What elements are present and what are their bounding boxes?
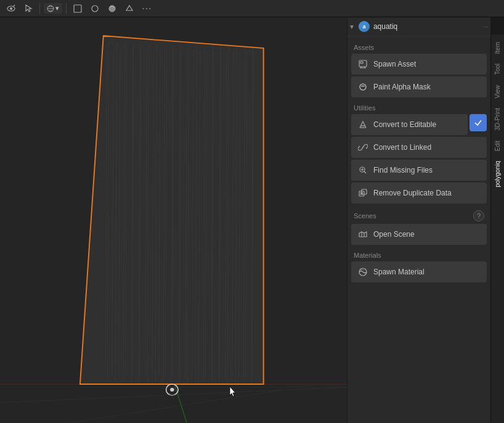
remove-duplicate-button[interactable]: Remove Duplicate Data	[351, 183, 487, 203]
svg-point-5	[92, 6, 98, 12]
find-missing-button[interactable]: Find Missing Files	[351, 160, 487, 181]
tab-polygoniq[interactable]: polygoniq	[492, 156, 503, 192]
tab-view[interactable]: View	[492, 80, 503, 104]
open-scene-label: Open Scene	[373, 230, 415, 239]
convert-active-toggle[interactable]	[469, 114, 487, 131]
paint-alpha-icon	[357, 81, 368, 92]
panel-scrollable-content: Assets Spawn Asset	[348, 36, 490, 423]
svg-rect-4	[74, 5, 81, 12]
scenes-help-button[interactable]: ?	[473, 210, 484, 221]
convert-linked-icon	[357, 142, 368, 153]
panel-logo: a	[359, 21, 370, 32]
top-toolbar: ▾ ⋯	[0, 0, 504, 17]
paint-alpha-button[interactable]: Paint Alpha Mask	[351, 76, 487, 97]
render-rendered-icon[interactable]	[122, 2, 137, 15]
cursor-icon[interactable]	[21, 2, 36, 15]
spawn-material-button[interactable]: Spawn Material	[351, 261, 487, 282]
panel-options[interactable]: ···	[483, 23, 488, 30]
svg-line-71	[364, 171, 366, 173]
tab-edit[interactable]: Edit	[492, 136, 503, 156]
render-solid-icon[interactable]	[70, 2, 85, 15]
panel-collapse-arrow[interactable]: ▼	[349, 23, 355, 30]
tab-strip: Item Tool View 3D-Print Edit polygoniq	[490, 35, 504, 423]
convert-linked-label: Convert to Linked	[373, 143, 431, 152]
spawn-material-label: Spawn Material	[373, 268, 425, 276]
render-sphere-icon[interactable]	[87, 2, 102, 15]
svg-marker-7	[126, 6, 132, 10]
tab-3dprint[interactable]: 3D-Print	[492, 103, 503, 136]
remove-duplicate-label: Remove Duplicate Data	[373, 189, 452, 197]
separator-2	[66, 3, 67, 14]
right-panel: ▼ a aquatiq ··· Assets	[347, 17, 490, 423]
svg-point-58	[170, 388, 174, 392]
utilities-section-label: Utilities	[351, 99, 487, 114]
scenes-section-row: Scenes ?	[351, 205, 487, 224]
convert-editable-icon	[357, 119, 368, 130]
assets-section-label: Assets	[351, 39, 487, 54]
spawn-asset-label: Spawn Asset	[373, 60, 416, 68]
find-missing-label: Find Missing Files	[373, 166, 433, 175]
main-content: ▼ a aquatiq ··· Assets	[0, 17, 504, 423]
panel-header: ▼ a aquatiq ···	[348, 17, 490, 36]
tab-item[interactable]: Item	[492, 37, 503, 59]
materials-section-label: Materials	[351, 247, 487, 261]
separator-1	[39, 3, 40, 14]
svg-point-1	[10, 7, 12, 10]
spawn-material-icon	[357, 266, 368, 277]
eye-icon[interactable]	[4, 2, 18, 15]
find-missing-icon	[357, 165, 368, 176]
open-scene-icon	[357, 229, 368, 240]
convert-editable-button[interactable]: Convert to Editable	[351, 114, 468, 135]
open-scene-button[interactable]: Open Scene	[351, 224, 487, 245]
viewport-dropdown[interactable]: ▾	[44, 3, 62, 14]
remove-duplicate-icon	[357, 187, 368, 199]
tab-tool[interactable]: Tool	[492, 59, 503, 80]
viewport[interactable]	[0, 17, 347, 423]
convert-linked-button[interactable]: Convert to Linked	[351, 137, 487, 158]
panel-title: aquatiq	[373, 22, 397, 31]
render-material-icon[interactable]	[105, 2, 120, 15]
spawn-asset-icon	[357, 59, 368, 70]
convert-editable-row: Convert to Editable	[351, 114, 487, 135]
svg-rect-65	[360, 62, 363, 64]
scenes-section-label: Scenes	[354, 212, 376, 220]
viewport-label: ▾	[55, 4, 59, 12]
convert-editable-label: Convert to Editable	[373, 120, 436, 129]
paint-alpha-label: Paint Alpha Mask	[373, 83, 431, 91]
mesh-object	[0, 17, 347, 423]
more-options-icon[interactable]: ⋯	[139, 2, 154, 15]
right-panel-wrapper: ▼ a aquatiq ··· Assets	[347, 17, 504, 423]
spawn-asset-button[interactable]: Spawn Asset	[351, 54, 487, 75]
